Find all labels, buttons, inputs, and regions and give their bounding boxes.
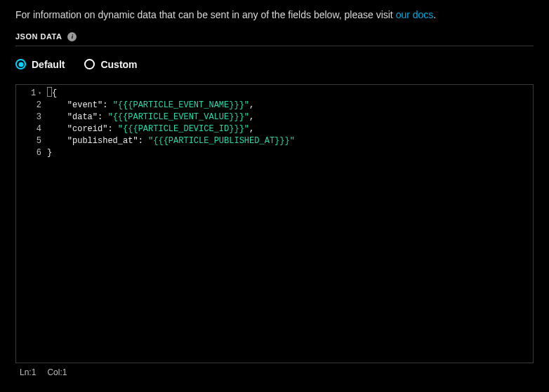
editor-cursor xyxy=(47,87,52,97)
intro-text: For information on dynamic data that can… xyxy=(15,8,534,22)
json-data-header: JSON DATA i xyxy=(15,32,534,46)
gutter-line: 1▾ xyxy=(16,88,44,100)
custom-radio-label: Custom xyxy=(100,59,137,70)
default-radio[interactable] xyxy=(15,59,26,69)
gutter-line: 5 xyxy=(16,135,44,147)
json-editor[interactable]: 1▾23456 { "event": "{{{PARTICLE_EVENT_NA… xyxy=(15,84,534,363)
info-icon[interactable]: i xyxy=(67,32,77,41)
code-line[interactable]: } xyxy=(47,147,533,159)
json-data-label: JSON DATA xyxy=(15,32,62,41)
code-line[interactable]: "data": "{{{PARTICLE_EVENT_VALUE}}}", xyxy=(47,111,533,123)
code-line[interactable]: "coreid": "{{{PARTICLE_DEVICE_ID}}}", xyxy=(47,123,533,135)
code-line[interactable]: "published_at": "{{{PARTICLE_PUBLISHED_A… xyxy=(47,135,533,147)
json-mode-radio-group: Default Custom xyxy=(15,59,534,70)
code-line[interactable]: "event": "{{{PARTICLE_EVENT_NAME}}}", xyxy=(47,100,533,111)
editor-gutter: 1▾23456 xyxy=(16,85,44,363)
editor-statusbar: Ln:1 Col:1 xyxy=(15,363,534,377)
default-radio-label: Default xyxy=(32,59,65,70)
code-line[interactable]: { xyxy=(47,88,533,100)
intro-before: For information on dynamic data that can… xyxy=(15,9,396,20)
status-col: Col:1 xyxy=(47,367,67,377)
gutter-line: 2 xyxy=(16,100,44,111)
gutter-line: 6 xyxy=(16,147,44,159)
fold-icon[interactable]: ▾ xyxy=(38,90,41,96)
docs-link[interactable]: our docs xyxy=(396,9,434,20)
status-line: Ln:1 xyxy=(20,367,36,377)
intro-after: . xyxy=(433,9,436,20)
custom-radio[interactable] xyxy=(84,59,95,69)
custom-option[interactable]: Custom xyxy=(84,59,137,70)
gutter-line: 3 xyxy=(16,111,44,123)
gutter-line: 4 xyxy=(16,123,44,135)
default-option[interactable]: Default xyxy=(15,59,65,70)
editor-code-area[interactable]: { "event": "{{{PARTICLE_EVENT_NAME}}}", … xyxy=(44,85,533,363)
